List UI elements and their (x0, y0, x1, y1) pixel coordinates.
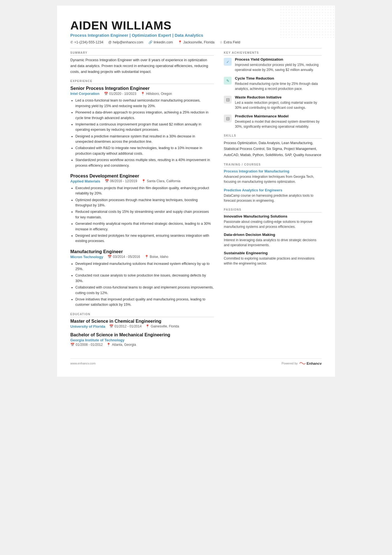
bullet-item: Designed a predictive maintenance system… (75, 134, 214, 145)
bullet-list: Developed integrated manufacturing solut… (70, 261, 214, 308)
achievement-desc: Improved semiconductor process yield by … (235, 62, 322, 72)
email-icon: @ (108, 40, 112, 44)
job-item: Process Development Engineer Applied Mat… (70, 173, 214, 244)
achievement-title: Process Yield Optimization (235, 57, 322, 61)
edu-school: Georgia Institute of Technology (70, 338, 125, 342)
footer-url: www.enhancv.com (70, 362, 96, 365)
passion-item: Innovative Manufacturing Solutions Passi… (224, 214, 322, 229)
bullet-item: Collaborated with cross-functional teams… (75, 285, 214, 296)
summary-section-title: SUMMARY (70, 51, 214, 56)
job-title: Manufacturing Engineer (70, 249, 214, 254)
bullet-item: Developed integrated manufacturing solut… (75, 261, 214, 272)
skills-text: Process Optimization, Data Analysis, Lea… (224, 140, 322, 158)
footer: www.enhancv.com Powered by Enhancv (70, 358, 322, 366)
education-section: EDUCATION Master of Science in Chemical … (70, 313, 214, 347)
edu-meta: University of Florida 📅 01/2012 - 01/201… (70, 324, 214, 329)
footer-powered: Powered by Enhancv (282, 361, 322, 366)
job-meta: Micron Technology 📅 03/2014 - 05/2016 📍 … (70, 255, 214, 259)
experience-section: EXPERIENCE Senior Process Integration En… (70, 80, 214, 307)
job-dates: 📅 06/2016 - 12/2019 (105, 179, 137, 183)
achievements-section: KEY ACHIEVEMENTS ✓ Process Yield Optimiz… (224, 51, 322, 129)
training-desc: DataCamp course on harnessing predictive… (224, 193, 322, 203)
edu-degree: Master of Science in Chemical Engineerin… (70, 319, 214, 324)
edu-degree: Bachelor of Science in Mechanical Engine… (70, 332, 214, 337)
achievement-desc: Reduced manufacturing cycle time by 25% … (235, 81, 322, 91)
achievement-icon: ⊟ (224, 96, 232, 103)
bullet-item: Collaborated with R&D to integrate new t… (75, 145, 214, 156)
phone-icon: ✆ (70, 40, 73, 44)
passions-section: PASSIONS Innovative Manufacturing Soluti… (224, 208, 322, 266)
job-item: Senior Process Integration Engineer Inte… (70, 86, 214, 168)
job-title: Process Development Engineer (70, 173, 214, 179)
training-item: Process Integration for Manufacturing Ad… (224, 169, 322, 184)
bullet-item: Conducted root cause analysis to solve p… (75, 273, 214, 284)
achievement-content: Cycle Time Reduction Reduced manufacturi… (235, 76, 322, 91)
achievement-desc: Led a waste reduction project, cutting m… (235, 100, 322, 110)
bullet-item: Pioneered a data-driven approach to proc… (75, 110, 214, 121)
job-title: Senior Process Integration Engineer (70, 86, 214, 91)
training-section: TRAINING / COURSES Process Integration f… (224, 163, 322, 203)
passion-desc: Interest in leveraging data analytics to… (224, 238, 322, 248)
job-dates: 📅 01/2020 - 10/2023 (104, 92, 136, 96)
job-meta: Applied Materials 📅 06/2016 - 12/2019 📍 … (70, 179, 214, 183)
location-icon: 📍 (142, 179, 146, 183)
right-column: KEY ACHIEVEMENTS ✓ Process Yield Optimiz… (224, 51, 322, 351)
passion-item: Sustainable Engineering Committed to exp… (224, 251, 322, 266)
achievement-title: Waste Reduction Initiative (235, 95, 322, 99)
bullet-list: Led a cross-functional team to overhaul … (70, 98, 214, 168)
job-item: Manufacturing Engineer Micron Technology… (70, 249, 214, 308)
passion-desc: Passionate about creating cutting-edge s… (224, 219, 322, 229)
location-icon: 📍 (178, 40, 182, 44)
location-icon: 📍 (145, 324, 150, 328)
calendar-icon: 📅 (109, 324, 113, 328)
calendar-icon: 📅 (105, 179, 109, 183)
bullet-item: Reduced operational costs by 15% by stre… (75, 209, 214, 220)
edu-location: 📍 Atlanta, Georgia (106, 343, 136, 347)
passion-title: Data-driven Decision Making (224, 233, 322, 237)
location-icon: 📍 (141, 92, 145, 96)
skills-section: SKILLS Process Optimization, Data Analys… (224, 134, 322, 158)
achievement-content: Predictive Maintenance Model Developed a… (235, 114, 322, 129)
training-title: Predictive Analytics for Engineers (224, 188, 322, 192)
training-item: Predictive Analytics for Engineers DataC… (224, 188, 322, 203)
two-column-layout: SUMMARY Dynamic Process Integration Engi… (70, 51, 322, 351)
dot-pattern-decoration (279, 6, 335, 39)
passion-title: Sustainable Engineering (224, 251, 322, 255)
header-divider (70, 48, 322, 48)
summary-section: SUMMARY Dynamic Process Integration Engi… (70, 51, 214, 75)
training-title: Process Integration for Manufacturing (224, 169, 322, 173)
summary-text: Dynamic Process Integration Engineer wit… (70, 57, 214, 75)
location-icon: 📍 (106, 343, 111, 347)
star-icon: ☆ (220, 40, 223, 44)
company-name: Micron Technology (70, 255, 103, 259)
edu-dates: 📅 01/2008 - 01/2012 (70, 343, 103, 347)
passions-section-title: PASSIONS (224, 208, 322, 213)
edu-meta: Georgia Institute of Technology (70, 338, 214, 342)
bullet-item: Optimized deposition processes through m… (75, 198, 214, 208)
bullet-item: Implemented a continuous improvement pro… (75, 122, 214, 133)
passion-title: Innovative Manufacturing Solutions (224, 214, 322, 218)
edu-dates: 📅 01/2012 - 01/2014 (109, 324, 142, 328)
bullet-item: Led a cross-functional team to overhaul … (75, 98, 214, 109)
resume-page: AIDEN WILLIAMS Process Integration Engin… (57, 6, 335, 377)
bullet-item: Generated monthly analytical reports tha… (75, 221, 214, 232)
experience-section-title: EXPERIENCE (70, 80, 214, 84)
edu-item: Bachelor of Science in Mechanical Engine… (70, 332, 214, 347)
achievement-icon: ⊟ (224, 115, 232, 122)
contact-linkedin: 🔗 linkedin.com (148, 40, 173, 44)
contact-extra: ☆ Extra Field (220, 40, 240, 44)
job-location: 📍 Boise, Idaho (145, 255, 168, 259)
bullet-item: Executed process projects that improved … (75, 186, 214, 196)
edu-location: 📍 Gainesville, Florida (145, 324, 179, 328)
achievement-item: ✓ Process Yield Optimization Improved se… (224, 57, 322, 72)
location-icon: 📍 (145, 255, 149, 259)
contact-location: 📍 Jacksonville, Florida (178, 40, 215, 44)
job-meta: Intel Corporation 📅 01/2020 - 10/2023 📍 … (70, 92, 214, 96)
achievement-item: ✎ Cycle Time Reduction Reduced manufactu… (224, 76, 322, 91)
calendar-icon: 📅 (108, 255, 112, 259)
link-icon: 🔗 (148, 40, 153, 44)
edu-meta-row2: 📅 01/2008 - 01/2012 📍 Atlanta, Georgia (70, 343, 214, 347)
training-section-title: TRAINING / COURSES (224, 163, 322, 167)
left-column: SUMMARY Dynamic Process Integration Engi… (70, 51, 214, 351)
bullet-item: Drove initiatives that improved product … (75, 297, 214, 308)
